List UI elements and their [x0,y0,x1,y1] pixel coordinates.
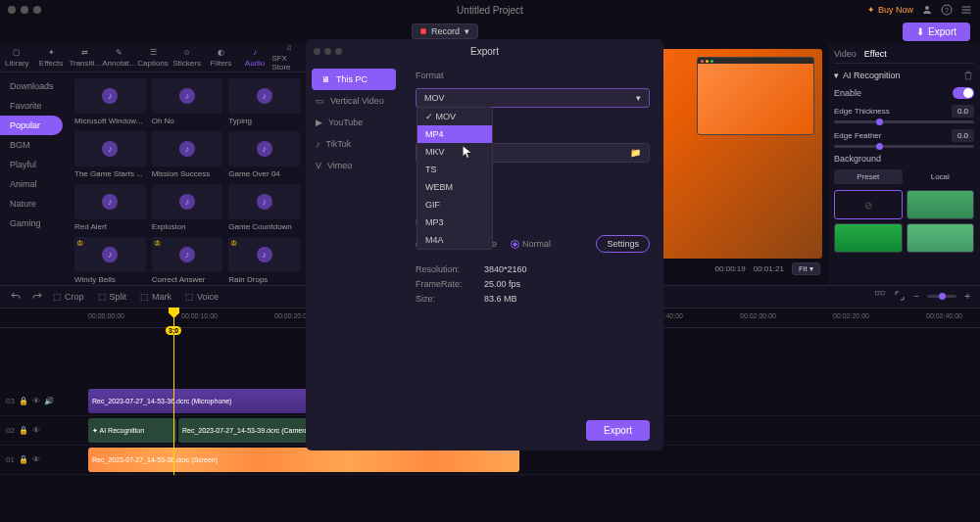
category-downloads[interactable]: Downloads [0,76,69,96]
format-option-mp3[interactable]: MP3 [417,214,492,231]
category-gaming[interactable]: Gaming [0,214,69,233]
music-icon [257,247,272,262]
audio-item[interactable]: Game Countdown [228,184,300,231]
fullscreen-icon[interactable] [894,290,906,302]
bg-preset-none[interactable]: ⊘ [834,190,903,219]
feather-slider[interactable] [834,145,974,148]
tab-sfx[interactable]: ♫SFX Store [271,43,306,71]
audio-item[interactable]: Game Over 04 [228,131,300,178]
fit-select[interactable]: Fit ▾ [792,262,820,275]
tab-captions[interactable]: ☰Captions [136,43,171,71]
tab-library[interactable]: ▢Library [0,43,34,71]
audio-item[interactable]: ♔Correct Answer [152,237,223,284]
track-head[interactable]: 01🔒👁 [0,455,59,464]
thickness-value[interactable]: 0.0 [952,105,974,118]
buy-now-link[interactable]: ✦ Buy Now [867,5,913,15]
format-option-gif[interactable]: GIF [417,196,492,214]
audio-item[interactable]: ♔Windy Bells [74,237,146,284]
audio-item[interactable]: Mission Success [152,131,223,178]
tab-filters[interactable]: ◐Filters [204,43,238,71]
user-icon[interactable] [921,4,933,16]
lock-icon[interactable]: 🔒 [19,426,28,435]
format-option-ts[interactable]: TS [417,161,492,178]
playhead[interactable]: 3;0 [173,308,174,475]
export-confirm-button[interactable]: Export [586,420,650,441]
window-controls[interactable] [8,6,41,14]
clip[interactable]: Rec_2023-07-27_14-53-36.dcrc (Screen)00:… [88,448,519,472]
zoom-slider[interactable] [927,295,956,298]
audio-item[interactable]: The Game Starts ... [74,131,146,178]
folder-icon[interactable]: 📁 [630,148,641,158]
mark-icon: ⬚ [140,292,149,302]
audio-item[interactable]: ♔Rain Drops [228,237,300,284]
format-select[interactable]: MOV ▾ MOVMP4MKVTSWEBMGIFMP3M4A [416,88,650,108]
bg-preset-1[interactable] [906,190,975,219]
preset-radio-normal[interactable]: Normal [511,239,551,249]
redo-icon[interactable] [31,291,43,303]
settings-button[interactable]: Settings [596,235,650,253]
eye-icon[interactable]: 👁 [32,397,40,405]
bg-tab-preset[interactable]: Preset [834,169,903,184]
clip[interactable]: ✦ AI Recognition [88,418,176,443]
export-target-pc[interactable]: 🖥This PC [312,69,396,90]
export-target-vimeo[interactable]: VVimeo [306,155,402,176]
tab-stickers[interactable]: ☺Stickers [170,43,204,71]
zoom-out-icon[interactable]: − [913,291,919,302]
category-bgm[interactable]: BGM [0,135,69,155]
menu-icon[interactable] [960,4,972,16]
eye-icon[interactable]: 👁 [32,426,40,435]
undo-icon[interactable] [10,291,22,303]
mark-tool[interactable]: ⬚Mark [140,292,172,302]
trash-icon[interactable] [962,70,974,81]
category-popular[interactable]: Popular [0,116,63,135]
export-target-vertical[interactable]: ▭Vertical Video [306,90,402,112]
tab-annotation[interactable]: ✎Annotat... [102,43,136,71]
dialog-window-controls[interactable] [314,48,342,55]
feather-value[interactable]: 0.0 [952,129,974,142]
bg-preset-2[interactable] [834,223,903,253]
split-tool[interactable]: ⬚Split [98,292,127,302]
export-target-tiktok[interactable]: ♪TikTok [306,133,402,155]
help-icon[interactable]: ? [941,4,953,16]
tab-audio[interactable]: ♪Audio [238,43,272,71]
track-head[interactable]: 02🔒👁 [0,426,59,435]
annotation-icon: ✎ [116,48,122,57]
chevron-down-icon[interactable]: ▾ [834,71,839,80]
track-head[interactable]: 03🔒👁🔊 [0,397,59,405]
audio-item[interactable]: Typing [228,78,300,125]
export-target-youtube[interactable]: ▶YouTube [306,112,402,133]
record-button[interactable]: Record ▾ [412,24,478,39]
lock-icon[interactable]: 🔒 [19,397,28,405]
bg-tab-local[interactable]: Local [906,169,975,184]
export-button[interactable]: ⬇ Export [903,23,970,41]
format-option-m4a[interactable]: M4A [417,231,492,249]
tab-effect[interactable]: Effect [864,49,887,59]
thickness-slider[interactable] [834,120,974,123]
category-playful[interactable]: Playful [0,155,69,174]
eye-icon[interactable]: 👁 [32,455,40,464]
tab-video[interactable]: Video [834,49,857,59]
voice-tool[interactable]: ⬚Voice [185,292,219,302]
format-option-webm[interactable]: WEBM [417,178,492,196]
pc-icon: 🖥 [321,74,330,84]
speaker-icon[interactable]: 🔊 [44,397,54,405]
crop-icon: ⬚ [53,292,62,302]
category-animal[interactable]: Animal [0,174,69,194]
audio-item[interactable]: Red Alert [74,184,146,231]
tab-effects[interactable]: ✦Effects [34,43,69,71]
grid-view-icon[interactable] [874,290,886,302]
audio-item[interactable]: Oh No [152,78,223,125]
bg-preset-3[interactable] [906,223,975,253]
crop-tool[interactable]: ⬚Crop [53,292,84,302]
tab-transition[interactable]: ⇄Transiti... [68,43,102,71]
format-option-mkv[interactable]: MKV [417,143,492,161]
category-nature[interactable]: Nature [0,194,69,214]
format-option-mov[interactable]: MOV [417,108,492,125]
enable-toggle[interactable] [953,87,974,99]
audio-item[interactable]: Explosion [152,184,223,231]
category-favorite[interactable]: Favorite [0,96,69,116]
lock-icon[interactable]: 🔒 [19,455,28,464]
audio-item[interactable]: Microsoft Window... [74,78,146,125]
format-option-mp4[interactable]: MP4 [417,125,492,143]
zoom-in-icon[interactable]: + [964,291,970,302]
